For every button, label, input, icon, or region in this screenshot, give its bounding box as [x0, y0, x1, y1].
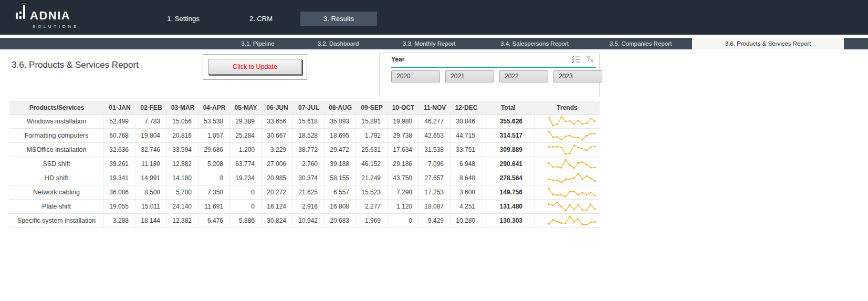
app-header: ADNIA SOLUTIONS 1. Settings2. CRM3. Resu…	[0, 0, 868, 35]
value-cell: 33.656	[262, 115, 293, 129]
value-cell: 44.715	[451, 129, 482, 143]
value-cell: 18.144	[135, 214, 167, 228]
value-cell: 19.980	[388, 115, 419, 129]
trend-sparkline	[535, 185, 600, 200]
slicer-button-2020[interactable]: 2020	[391, 70, 440, 82]
value-cell: 3.600	[451, 185, 482, 200]
value-cell: 5.886	[230, 214, 262, 228]
value-cell: 3.229	[262, 143, 293, 157]
value-cell: 33.751	[451, 143, 482, 157]
column-header-02-feb: 02-FEB	[135, 101, 167, 115]
value-cell: 46.277	[419, 115, 451, 129]
value-cell: 15.523	[356, 185, 388, 200]
value-cell: 20.985	[262, 171, 293, 185]
subnav-tab-3-2-dashboard[interactable]: 3.2. Dashboard	[318, 38, 359, 49]
value-cell: 29.389	[230, 115, 262, 129]
value-cell: 8.648	[451, 171, 482, 185]
value-cell: 7.290	[388, 185, 419, 200]
column-header-01-jan: 01-JAN	[104, 101, 135, 115]
value-cell: 46.152	[356, 157, 388, 171]
clear-filter-icon[interactable]	[585, 55, 594, 63]
subnav-tab-3-6-products-services-report[interactable]: 3.6. Products & Services Report	[692, 38, 844, 49]
value-cell: 5.208	[198, 157, 230, 171]
value-cell: 25.284	[230, 129, 262, 143]
trend-sparkline	[535, 115, 600, 129]
value-cell: 20.683	[325, 214, 356, 228]
value-cell: 63.774	[230, 157, 262, 171]
value-cell: 24.140	[167, 200, 198, 214]
value-cell: 2.760	[293, 157, 325, 171]
value-cell: 29.738	[388, 129, 419, 143]
value-cell: 17.634	[388, 143, 419, 157]
slicer-button-2022[interactable]: 2022	[499, 70, 548, 82]
value-cell: 10.280	[451, 214, 482, 228]
value-cell: 0	[198, 171, 230, 185]
slicer-button-2023[interactable]: 2023	[553, 70, 602, 82]
subnav-tab-3-1-pipeline[interactable]: 3.1. Pipeline	[241, 38, 274, 49]
column-header-11-nov: 11-NOV	[419, 101, 451, 115]
value-cell: 53.538	[198, 115, 230, 129]
column-header-total: Total	[482, 101, 535, 115]
trend-sparkline	[535, 200, 600, 214]
subnav-tab-3-5-companies-report[interactable]: 3.5. Companies Report	[610, 38, 672, 49]
value-cell: 33.594	[167, 143, 198, 157]
multi-select-icon[interactable]	[571, 55, 580, 63]
trend-sparkline	[535, 171, 600, 185]
value-cell: 6.557	[325, 185, 356, 200]
trend-sparkline	[535, 143, 600, 157]
value-cell: 1.120	[388, 200, 419, 214]
value-cell: 17.253	[419, 185, 451, 200]
row-label-hd-shift: HD shift	[9, 171, 104, 185]
value-cell: 7.096	[419, 157, 451, 171]
column-header-09-sep: 09-SEP	[356, 101, 388, 115]
value-cell: 60.768	[104, 129, 135, 143]
value-cell: 30.667	[262, 129, 293, 143]
value-cell: 30.824	[262, 214, 293, 228]
row-label-windows-installation: Windows installation	[9, 115, 104, 129]
subnav-tab-3-4-salespersons-report[interactable]: 3.4. Salespersons Report	[500, 38, 569, 49]
total-cell: 130.303	[482, 214, 535, 228]
update-button[interactable]: Click to Update	[208, 59, 302, 75]
brand-tagline: SOLUTIONS	[33, 24, 79, 29]
slicer-title: Year	[391, 56, 404, 63]
column-header-07-jul: 07-JUL	[293, 101, 325, 115]
top-tab-2-crm[interactable]: 2. CRM	[227, 12, 295, 26]
value-cell: 30.846	[451, 115, 482, 129]
value-cell: 38.772	[293, 143, 325, 157]
top-tab-1-settings[interactable]: 1. Settings	[149, 12, 217, 26]
value-cell: 4.251	[451, 200, 482, 214]
total-cell: 278.564	[482, 171, 535, 185]
row-label-plate-shift: Plate shift	[9, 200, 104, 214]
subnav-bar: 3.1. Pipeline3.2. Dashboard3.3. Monthly …	[0, 38, 868, 49]
value-cell: 43.750	[388, 171, 419, 185]
value-cell: 19.234	[230, 171, 262, 185]
value-cell: 19.055	[104, 200, 135, 214]
value-cell: 35.093	[325, 115, 356, 129]
value-cell: 9.429	[419, 214, 451, 228]
value-cell: 10.942	[293, 214, 325, 228]
subnav-tab-3-3-monthly-report[interactable]: 3.3. Monthly Report	[403, 38, 455, 49]
value-cell: 32.746	[135, 143, 167, 157]
year-slicer: Year 2020202120222023	[379, 53, 600, 97]
value-cell: 15.618	[293, 115, 325, 129]
slicer-toolbar	[571, 55, 594, 63]
slicer-buttons: 2020202120222023	[391, 70, 602, 82]
column-header-06-jun: 06-JUN	[262, 101, 293, 115]
total-cell: 355.626	[482, 115, 535, 129]
top-tab-3-results[interactable]: 3. Results	[300, 12, 377, 26]
value-cell: 0	[230, 200, 262, 214]
value-cell: 18.528	[293, 129, 325, 143]
value-cell: 12.882	[167, 157, 198, 171]
value-cell: 19.804	[135, 129, 167, 143]
value-cell: 31.538	[419, 143, 451, 157]
value-cell: 52.499	[104, 115, 135, 129]
row-label-ssd-shift: SSD shift	[9, 157, 104, 171]
value-cell: 15.056	[167, 115, 198, 129]
column-header-08-aug: 08-AUG	[325, 101, 356, 115]
total-cell: 314.517	[482, 129, 535, 143]
value-cell: 15.891	[356, 115, 388, 129]
value-cell: 6.476	[198, 214, 230, 228]
slicer-button-2021[interactable]: 2021	[445, 70, 494, 82]
trend-sparkline	[535, 157, 600, 171]
column-header-03-mar: 03-MAR	[167, 101, 198, 115]
